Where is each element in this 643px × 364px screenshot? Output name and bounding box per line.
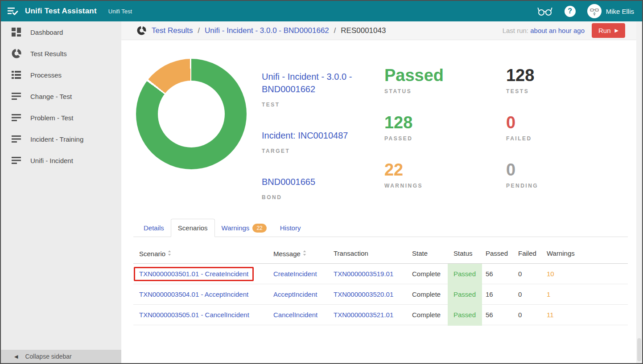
status-cell: Passed [448,290,480,298]
transaction-link[interactable]: TXN0000003520.01 [334,290,393,298]
stat-failed-label: FAILED [506,135,628,142]
main-area: Test Results / Unifi - Incident - 3.0.0 … [121,21,642,363]
glasses-icon[interactable] [537,6,553,16]
scenario-link[interactable]: TXN0000003504.01 - AcceptIncident [139,290,248,298]
dashboard-icon [12,28,23,37]
col-header-failed: Failed [512,249,541,257]
col-header-warnings: Warnings [541,249,628,257]
status-cell: Passed [448,311,480,319]
last-run: Last run: about an hour ago [503,27,585,34]
menu-icon[interactable] [1,1,25,21]
test-group: Unifi - Incident - 3.0.0 - BND0001662 TE… [262,70,384,108]
sidebar: Dashboard Test Results Processes [1,21,121,363]
lines-icon [12,93,23,100]
scenario-cell: TXN0000003504.01 - AcceptIncident [133,290,268,298]
failed-cell: 0 [512,290,541,298]
sidebar-item-incident-training[interactable]: Incident - Training [1,128,121,150]
message-cell: AcceptIncident [268,290,328,298]
stat-passed: 128 PASSED [384,112,506,142]
breadcrumb-current: RES0001043 [341,26,386,35]
failed-cell: 0 [512,311,541,319]
summary-section: Unifi - Incident - 3.0.0 - BND0001662 TE… [133,40,628,219]
app-subtitle: Unifi Test [108,8,132,15]
lines-icon [12,157,23,164]
stat-tests-label: TESTS [506,88,628,94]
sidebar-item-change-test[interactable]: Change - Test [1,86,121,107]
test-info-column: Unifi - Incident - 3.0.0 - BND0001662 TE… [262,59,384,219]
stat-tests-value: 128 [506,65,628,86]
message-link[interactable]: AcceptIncident [273,290,317,298]
message-cell: CreateIncident [268,270,328,278]
lines-icon [12,114,23,121]
table-row: TXN0000003501.01 - CreateIncident Create… [133,264,628,284]
collapse-sidebar-button[interactable]: ◀ Collapse sidebar [1,350,121,363]
sidebar-item-label: Processes [30,71,62,79]
col-header-status: Status [448,249,480,257]
stat-failed-value: 0 [506,112,628,133]
sidebar-item-label: Dashboard [30,29,63,36]
donut-hole [158,81,225,147]
sidebar-item-problem-test[interactable]: Problem - Test [1,107,121,128]
breadcrumb-test-link[interactable]: Unifi - Incident - 3.0.0 - BND0001662 [205,26,329,35]
target-link[interactable]: Incident: INC0010487 [262,129,384,142]
stat-status-label: STATUS [384,88,506,94]
stat-warnings-value: 22 [384,160,506,180]
sidebar-item-processes[interactable]: Processes [1,64,121,86]
scenario-link[interactable]: TXN0000003505.01 - CancelIncident [139,311,249,319]
lines-icon [12,135,23,143]
col-header-message[interactable]: Message [268,249,328,258]
run-button[interactable]: Run ▶ [592,23,625,38]
content: Unifi - Incident - 3.0.0 - BND0001662 TE… [121,40,642,325]
test-link[interactable]: Unifi - Incident - 3.0.0 - BND0001662 [262,70,384,95]
breadcrumb-test-results-link[interactable]: Test Results [152,26,193,35]
state-cell: Complete [406,311,448,319]
col-header-scenario[interactable]: Scenario [133,249,268,258]
sidebar-item-label: Test Results [30,50,67,57]
app-title: Unifi Test Assistant [25,7,97,16]
results-donut-chart [136,59,247,169]
app-header: Unifi Test Assistant Unifi Test ? [1,1,642,21]
breadcrumb-separator: / [334,27,336,35]
scrollbar-thumb[interactable] [637,338,641,361]
scenario-link[interactable]: TXN0000003501.01 - CreateIncident [139,270,248,278]
transaction-cell: TXN0000003521.01 [328,311,406,319]
message-cell: CancelIncident [268,311,328,319]
donut-icon [12,49,23,58]
sidebar-item-label: Incident - Training [30,135,83,143]
stat-pending-value: 0 [506,160,628,180]
stat-tests: 128 TESTS [506,65,628,94]
tab-details[interactable]: Details [137,219,171,237]
warnings-cell: 1 [541,290,628,298]
failed-cell: 0 [512,270,541,278]
transaction-cell: TXN0000003520.01 [328,290,406,298]
passed-cell: 56 [480,270,512,278]
app-window: Unifi Test Assistant Unifi Test ? [0,0,643,364]
sidebar-item-dashboard[interactable]: Dashboard [1,21,121,43]
collapse-arrow-icon: ◀ [14,354,18,360]
sort-icon [168,249,171,257]
last-run-value-link[interactable]: about an hour ago [530,27,585,34]
stat-warnings: 22 WARNINGS [384,160,506,189]
sidebar-item-unifi-incident[interactable]: Unifi - Incident [1,150,121,171]
transaction-link[interactable]: TXN0000003519.01 [334,270,393,278]
tab-scenarios[interactable]: Scenarios [171,219,215,237]
help-icon[interactable]: ? [565,6,576,17]
annotation-highlight-box: TXN0000003501.01 - CreateIncident [134,267,254,281]
sidebar-item-test-results[interactable]: Test Results [1,43,121,64]
stats-column-left: Passed STATUS 128 PASSED 22 WARNINGS [384,59,506,219]
passed-cell: 16 [480,290,512,298]
avatar[interactable] [587,4,602,18]
collapse-label: Collapse sidebar [25,353,71,360]
user-name[interactable]: Mike Ellis [606,8,634,15]
tab-warnings[interactable]: Warnings22 [215,219,273,237]
vertical-scrollbar[interactable] [636,21,642,363]
bond-link[interactable]: BND0001665 [262,176,384,188]
message-link[interactable]: CancelIncident [273,311,317,319]
test-results-icon [137,26,146,35]
menu-check-icon [7,7,19,16]
warnings-count-badge: 22 [252,224,266,233]
tab-history[interactable]: History [273,219,308,237]
transaction-link[interactable]: TXN0000003521.01 [334,311,393,319]
message-link[interactable]: CreateIncident [273,270,317,278]
sidebar-item-label: Change - Test [30,93,72,100]
